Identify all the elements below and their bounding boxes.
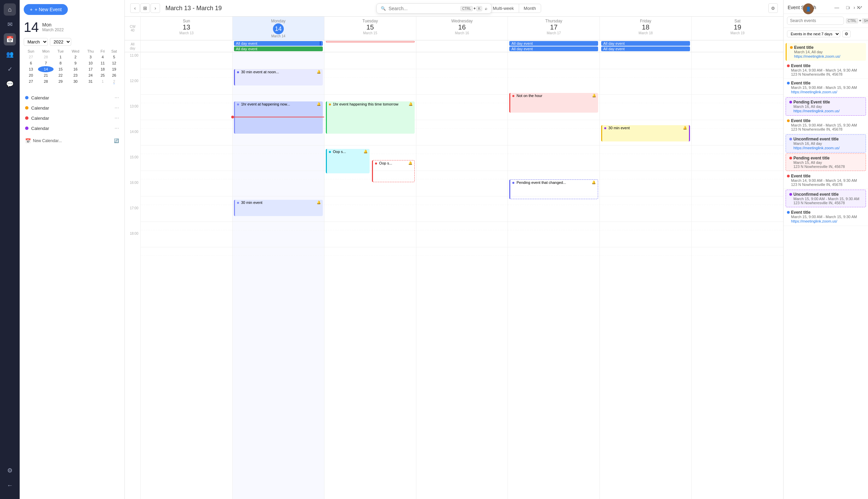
event-list-item[interactable]: Event title March 15, 9:00 AM - March 15… bbox=[784, 79, 868, 97]
mini-cal-day[interactable]: 3 bbox=[84, 54, 97, 60]
mini-cal-day[interactable]: 4 bbox=[98, 54, 108, 60]
mini-cal-day[interactable]: 23 bbox=[67, 72, 84, 78]
allday-event-fri-1[interactable]: All day event bbox=[601, 41, 690, 46]
mini-cal-day[interactable]: 1 bbox=[53, 54, 67, 60]
new-calendar-button[interactable]: 📅 New Calendar... 🔄 bbox=[24, 136, 120, 146]
mini-cal-day[interactable]: 7 bbox=[38, 60, 53, 66]
nav-today-button[interactable]: ⊞ bbox=[140, 3, 150, 13]
event-list-item[interactable]: Event title March 14, 9:00 AM - March 14… bbox=[784, 172, 868, 189]
search-input[interactable] bbox=[388, 6, 458, 11]
user-avatar[interactable]: 👤 bbox=[803, 3, 814, 14]
close-button[interactable]: ✕ bbox=[854, 3, 863, 12]
event-list-item[interactable]: Event title March 15, 9:00 AM - March 15… bbox=[784, 208, 868, 226]
year-select[interactable]: 2022 bbox=[50, 38, 71, 46]
event-list-item[interactable]: Event title March 14, All dayhttps://mee… bbox=[785, 43, 866, 61]
mini-cal-day[interactable]: 1 bbox=[98, 78, 108, 84]
sidebar-item-back[interactable]: ← bbox=[4, 479, 16, 491]
mini-cal-day[interactable]: 6 bbox=[24, 60, 38, 66]
calendar-list-item[interactable]: Calendar ··· bbox=[24, 123, 120, 133]
event-1hr-tomorrow[interactable]: 1hr event happening this time tomorrow 🔔 bbox=[326, 101, 415, 134]
event-list-item[interactable]: Unconfirmed event title March 16, All da… bbox=[785, 134, 866, 153]
event-30min-later[interactable]: 30 min event 🔔 bbox=[234, 200, 323, 216]
event-oop-1[interactable]: Oop s... 🔔 bbox=[326, 149, 370, 173]
minimize-button[interactable]: — bbox=[833, 3, 841, 12]
mini-cal-day[interactable]: 27 bbox=[24, 78, 38, 84]
cal-more-button[interactable]: ··· bbox=[115, 115, 119, 121]
mini-cal-day[interactable]: 31 bbox=[84, 78, 97, 84]
mini-cal-day[interactable]: 29 bbox=[53, 78, 67, 84]
mini-cal-day[interactable]: 17 bbox=[84, 66, 97, 72]
calendar-list-item[interactable]: Calendar ··· bbox=[24, 93, 120, 103]
event-list-item[interactable]: Event title March 15, 9:00 AM - March 15… bbox=[784, 117, 868, 134]
event-pending-changed[interactable]: Pending event that changed... 🔔 bbox=[509, 180, 598, 199]
mini-cal-day[interactable]: 14 bbox=[38, 66, 53, 72]
calendar-list-item[interactable]: Calendar ··· bbox=[24, 113, 120, 123]
event-item-link[interactable]: https://meetinglink.zoom.us/ bbox=[791, 89, 865, 94]
cal-more-button[interactable]: ··· bbox=[115, 105, 119, 111]
cal-more-button[interactable]: ··· bbox=[115, 125, 119, 131]
event-item-link[interactable]: https://meetinglink.zoom.us/ bbox=[791, 219, 865, 223]
mini-cal-day[interactable]: 20 bbox=[24, 72, 38, 78]
filter-options-button[interactable]: ⚙ bbox=[842, 31, 851, 37]
event-list-item[interactable]: Pending event title March 15, All day123… bbox=[785, 153, 866, 171]
sidebar-item-settings[interactable]: ⚙ bbox=[4, 464, 16, 477]
sidebar-item-calendar[interactable]: 📅 bbox=[4, 33, 16, 46]
event-not-on-hour[interactable]: Not on the hour 🔔 bbox=[509, 93, 598, 113]
event-list-item[interactable]: Event title March 14, 9:00 AM - March 14… bbox=[784, 61, 868, 79]
sidebar-item-people[interactable]: 👥 bbox=[4, 48, 16, 60]
mini-cal-day[interactable]: 11 bbox=[98, 60, 108, 66]
mini-cal-day[interactable]: 5 bbox=[108, 54, 120, 60]
view-multiweek-button[interactable]: Multi-week bbox=[488, 4, 519, 13]
mini-cal-day[interactable]: 30 bbox=[67, 78, 84, 84]
new-event-button[interactable]: + + New Event bbox=[24, 4, 68, 15]
mini-cal-day[interactable]: 27 bbox=[24, 54, 38, 60]
calendar-list-item[interactable]: Calendar ··· bbox=[24, 103, 120, 113]
mini-cal-day[interactable]: 28 bbox=[38, 78, 53, 84]
events-filter-dropdown[interactable]: Events in the next 7 days bbox=[787, 31, 840, 37]
mini-cal-day[interactable]: 2 bbox=[67, 54, 84, 60]
allday-event-mon-1[interactable]: All day event bbox=[234, 41, 323, 46]
mini-cal-day[interactable]: 10 bbox=[84, 60, 97, 66]
mini-cal-day[interactable]: 28 bbox=[38, 54, 53, 60]
mini-cal-day[interactable]: 9 bbox=[67, 60, 84, 66]
sidebar-item-home[interactable]: ⌂ bbox=[4, 3, 16, 16]
event-30min-fri[interactable]: 30 min event 🔔 bbox=[601, 125, 690, 142]
event-search-input[interactable] bbox=[787, 17, 844, 25]
mini-cal-day[interactable]: 19 bbox=[108, 66, 120, 72]
event-list-item[interactable]: Pending Event title March 16, All dayhtt… bbox=[785, 97, 866, 116]
mini-cal-day[interactable]: 26 bbox=[108, 72, 120, 78]
search-submit-icon[interactable]: ⌕ bbox=[485, 6, 487, 11]
mini-cal-day[interactable]: 21 bbox=[38, 72, 53, 78]
mini-cal-day[interactable]: 15 bbox=[53, 66, 67, 72]
event-1hr-now[interactable]: 1hr event at happening now... 🔔 bbox=[234, 101, 323, 134]
sidebar-item-tasks[interactable]: ✓ bbox=[4, 63, 16, 75]
cal-more-button[interactable]: ··· bbox=[115, 95, 119, 101]
mini-cal-day[interactable]: 2 bbox=[108, 78, 120, 84]
allday-event-mon-2[interactable]: All day event bbox=[234, 47, 323, 51]
mini-cal-day[interactable]: 8 bbox=[53, 60, 67, 66]
allday-event-tue-1[interactable] bbox=[326, 41, 415, 42]
event-list-item[interactable]: Unconfirmed event title March 15, 9:00 A… bbox=[785, 190, 866, 207]
event-item-link[interactable]: https://meetinglink.zoom.us/ bbox=[793, 146, 862, 150]
month-select[interactable]: March bbox=[24, 38, 48, 46]
event-item-link[interactable]: https://meetinglink.zoom.us/ bbox=[793, 109, 862, 113]
allday-event-fri-2[interactable]: All day event bbox=[601, 47, 690, 51]
allday-event-thu-2[interactable]: All day event bbox=[509, 47, 598, 51]
filter-button[interactable]: ⚙ bbox=[768, 3, 778, 13]
mini-cal-day[interactable]: 22 bbox=[53, 72, 67, 78]
nav-next-button[interactable]: › bbox=[150, 3, 160, 13]
sync-icon[interactable]: 🔄 bbox=[114, 138, 119, 143]
event-oop-2[interactable]: Oop s... 🔔 bbox=[372, 160, 415, 182]
nav-prev-button[interactable]: ‹ bbox=[130, 3, 140, 13]
sidebar-item-mail[interactable]: ✉ bbox=[4, 18, 16, 31]
mini-cal-day[interactable]: 13 bbox=[24, 66, 38, 72]
maximize-button[interactable]: □ bbox=[844, 3, 852, 12]
mini-cal-day[interactable]: 24 bbox=[84, 72, 97, 78]
mini-cal-day[interactable]: 18 bbox=[98, 66, 108, 72]
mini-cal-day[interactable]: 12 bbox=[108, 60, 120, 66]
view-month-button[interactable]: Month bbox=[519, 4, 541, 13]
sidebar-item-chat[interactable]: 💬 bbox=[4, 78, 16, 90]
event-30min-noon[interactable]: 30 min event at noon... 🔔 bbox=[234, 69, 323, 85]
mini-cal-day[interactable]: 25 bbox=[98, 72, 108, 78]
event-item-link[interactable]: https://meetinglink.zoom.us/ bbox=[794, 54, 863, 59]
